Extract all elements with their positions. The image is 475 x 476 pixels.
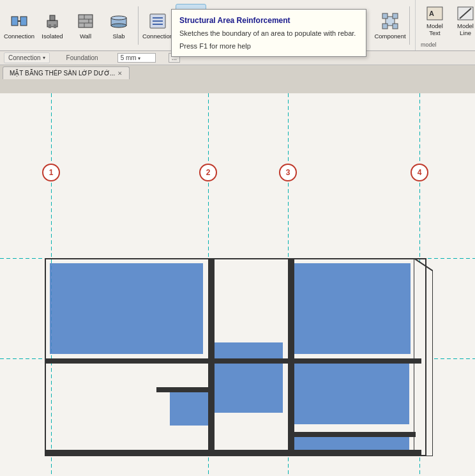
structural-area-tooltip: Structural Area Reinforcement Sketches t… bbox=[171, 9, 366, 57]
svg-rect-56 bbox=[382, 13, 388, 19]
connection-section-label[interactable]: Connection ▾ bbox=[4, 52, 50, 63]
model-text-label: ModelText bbox=[426, 22, 443, 37]
wall-button[interactable]: Wall bbox=[70, 4, 101, 47]
component-label: Component bbox=[374, 33, 405, 40]
svg-text:A: A bbox=[429, 10, 434, 17]
svg-point-15 bbox=[111, 24, 126, 27]
svg-rect-57 bbox=[393, 13, 398, 19]
rebar-icon bbox=[147, 11, 168, 31]
inner-wall-h1 bbox=[45, 358, 421, 364]
svg-point-14 bbox=[111, 16, 126, 20]
grid-marker-1: 1 bbox=[42, 164, 60, 181]
slab-label: Slab bbox=[112, 33, 124, 40]
component-icon bbox=[380, 11, 400, 31]
floor-plan-tab[interactable]: MẶT BẰNG THÉP SÀN LỚP DƯỚ... ✕ bbox=[3, 66, 130, 79]
model-text-button[interactable]: A ModelText bbox=[421, 3, 449, 39]
model-text-icon: A bbox=[426, 4, 444, 22]
connection-label: Connection bbox=[4, 33, 34, 40]
grid-marker-2: 2 bbox=[199, 164, 217, 181]
model-btn-row: A ModelText ModelLine ModelGroup bbox=[421, 3, 475, 39]
inner-wall-h2 bbox=[156, 387, 214, 392]
tab-label: MẶT BẰNG THÉP SÀN LỚP DƯỚ... bbox=[10, 70, 115, 77]
tooltip-title: Structural Area Reinforcement bbox=[179, 16, 358, 25]
svg-rect-1 bbox=[20, 17, 27, 26]
svg-rect-4 bbox=[50, 15, 55, 20]
connection-icon bbox=[9, 11, 29, 31]
grid-marker-4: 4 bbox=[411, 164, 428, 181]
svg-rect-5 bbox=[49, 24, 51, 28]
building-outer-wall bbox=[45, 258, 426, 456]
inner-wall-v1 bbox=[208, 258, 215, 456]
component-button[interactable]: Component bbox=[375, 4, 405, 47]
isolated-label: Isolated bbox=[41, 33, 63, 40]
slab-icon bbox=[109, 11, 129, 31]
connection-button[interactable]: Connection bbox=[4, 4, 34, 47]
foundation-section-label: Foundation bbox=[63, 53, 102, 63]
svg-rect-59 bbox=[393, 24, 398, 29]
isolated-button[interactable]: Isolated bbox=[37, 4, 68, 47]
separator-2 bbox=[409, 6, 410, 45]
svg-rect-0 bbox=[11, 17, 18, 26]
inner-wall-h3 bbox=[288, 432, 416, 437]
svg-rect-58 bbox=[382, 24, 388, 29]
rebar-label: Connection bbox=[142, 33, 173, 40]
rebar-button[interactable]: Connection bbox=[142, 4, 173, 47]
model-section: A ModelText ModelLine ModelGroup bbox=[416, 0, 475, 50]
model-line-icon bbox=[456, 4, 474, 22]
inner-wall-v2 bbox=[288, 258, 294, 456]
slab-button[interactable]: Slab bbox=[103, 4, 134, 47]
svg-rect-6 bbox=[54, 24, 56, 28]
separator-1 bbox=[138, 6, 139, 45]
bottom-wall bbox=[45, 450, 421, 455]
canvas-area: 1 2 3 4 bbox=[0, 93, 475, 476]
model-line-button[interactable]: ModelLine bbox=[451, 3, 475, 39]
tooltip-description: Sketches the boundary of an area to popu… bbox=[179, 29, 358, 38]
model-line-label: ModelLine bbox=[457, 22, 474, 37]
wall-label: Wall bbox=[80, 33, 91, 40]
svg-rect-7 bbox=[79, 15, 93, 27]
connection-dropdown-icon: ▾ bbox=[43, 55, 45, 61]
model-section-label: model bbox=[421, 42, 437, 48]
tab-bar: MẶT BẰNG THÉP SÀN LỚP DƯỚ... ✕ bbox=[0, 65, 475, 79]
tooltip-help: Press F1 for more help bbox=[179, 42, 358, 50]
wall-icon bbox=[75, 11, 96, 31]
connection-label-text: Connection bbox=[8, 54, 41, 61]
isolated-icon bbox=[42, 11, 63, 31]
grid-marker-3: 3 bbox=[279, 164, 297, 181]
dropdown-input[interactable]: 5 mm ▾ bbox=[117, 53, 156, 63]
tab-close-button[interactable]: ✕ bbox=[117, 70, 123, 77]
